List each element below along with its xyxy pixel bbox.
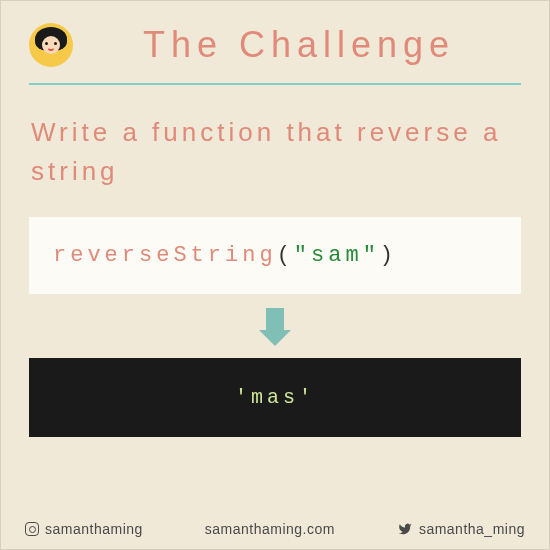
arrow-down-icon	[1, 308, 549, 350]
challenge-prompt: Write a function that reverse a string	[31, 113, 521, 191]
instagram-icon	[25, 522, 39, 536]
code-argument: "sam"	[294, 243, 380, 268]
site-url: samanthaming.com	[205, 521, 335, 537]
footer-site[interactable]: samanthaming.com	[205, 521, 335, 537]
instagram-handle: samanthaming	[45, 521, 143, 537]
code-input-block: reverseString("sam")	[29, 217, 521, 294]
page-title: The Challenge	[97, 24, 521, 66]
footer: samanthaming samanthaming.com samantha_m…	[1, 521, 549, 537]
footer-twitter[interactable]: samantha_ming	[397, 521, 525, 537]
header: The Challenge	[1, 1, 549, 77]
code-open-paren: (	[277, 243, 294, 268]
twitter-icon	[397, 522, 413, 536]
code-output-value: 'mas'	[235, 386, 315, 409]
code-output-block: 'mas'	[29, 358, 521, 437]
divider	[29, 83, 521, 85]
twitter-handle: samantha_ming	[419, 521, 525, 537]
code-close-paren: )	[380, 243, 397, 268]
code-function-name: reverseString	[53, 243, 277, 268]
avatar	[29, 23, 73, 67]
footer-instagram[interactable]: samanthaming	[25, 521, 143, 537]
